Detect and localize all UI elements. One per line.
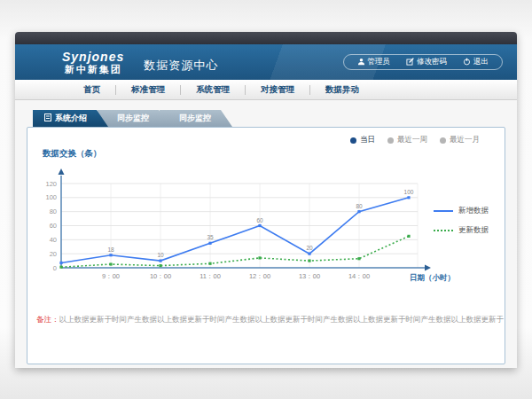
edit-icon	[406, 58, 414, 67]
svg-text:60: 60	[50, 222, 57, 230]
filter-radio-0[interactable]: 当日	[350, 135, 375, 145]
document-icon	[44, 113, 51, 123]
nav-item-0[interactable]: 首页	[68, 84, 115, 96]
nav-item-1[interactable]: 标准管理	[116, 84, 180, 96]
user-menu: 管理员修改密码退出	[343, 54, 504, 70]
svg-text:100: 100	[45, 193, 57, 201]
svg-text:100: 100	[404, 189, 414, 195]
user-menu-item[interactable]: 退出	[455, 57, 497, 67]
app-window: Synjones 新中新集团 数据资源中心 管理员修改密码退出 首页标准管理系统…	[15, 32, 517, 368]
filter-radio-1[interactable]: 最近一周	[387, 135, 427, 145]
content-area: 系统介绍同步监控同步监控 当日最近一周最近一月 数据交换（条） 02040608…	[15, 100, 517, 368]
svg-text:80: 80	[50, 207, 57, 215]
radio-dot-icon	[350, 137, 356, 144]
brand-name: Synjones	[62, 50, 124, 64]
page-title: 数据资源中心	[144, 58, 218, 74]
legend-line-icon	[434, 230, 453, 231]
main-nav: 首页标准管理系统管理对接管理数据异动	[15, 80, 517, 100]
chart-legend: 新增数据更新数据	[434, 206, 489, 245]
company-logo: Synjones 新中新集团	[62, 50, 124, 75]
user-menu-item[interactable]: 管理员	[349, 57, 399, 67]
svg-text:14：00: 14：00	[348, 272, 370, 280]
filter-radio-2[interactable]: 最近一月	[440, 135, 480, 145]
svg-text:0: 0	[53, 264, 57, 272]
legend-item-1: 更新数据	[434, 225, 489, 236]
y-axis-title: 数据交换（条）	[43, 148, 102, 160]
svg-text:13：00: 13：00	[299, 272, 320, 280]
tab-1[interactable]: 同步监控	[98, 110, 170, 127]
svg-text:11：00: 11：00	[200, 272, 221, 280]
line-chart: 0204060801001209：0010：0011：0012：0013：001…	[36, 167, 462, 300]
svg-text:40: 40	[50, 236, 57, 244]
window-titlebar	[15, 32, 517, 44]
svg-text:20: 20	[50, 250, 57, 258]
user-icon	[357, 58, 365, 67]
svg-text:20: 20	[306, 245, 313, 251]
app-header: Synjones 新中新集团 数据资源中心 管理员修改密码退出	[15, 44, 517, 80]
time-range-filter: 当日最近一周最近一月	[350, 135, 480, 145]
nav-item-3[interactable]: 对接管理	[246, 84, 309, 96]
chart-panel: 当日最近一周最近一月 数据交换（条） 0204060801001209：0010…	[27, 127, 505, 364]
tab-0[interactable]: 系统介绍	[33, 110, 108, 127]
tab-2[interactable]: 同步监控	[160, 110, 232, 127]
legend-line-icon	[434, 210, 453, 212]
svg-text:35: 35	[207, 234, 214, 240]
user-menu-item[interactable]: 修改密码	[398, 57, 455, 67]
footnote-text: 以上数据更新于时间产生数据以上数据更新于时间产生数据以上数据更新于时间产生数据以…	[59, 315, 505, 324]
svg-text:日期（小时）: 日期（小时）	[410, 273, 455, 282]
tab-bar: 系统介绍同步监控同步监控	[33, 110, 232, 127]
svg-text:18: 18	[107, 246, 114, 253]
logout-icon	[463, 58, 471, 67]
radio-dot-icon	[387, 137, 394, 144]
radio-dot-icon	[440, 137, 446, 144]
nav-item-4[interactable]: 数据异动	[310, 84, 374, 96]
svg-text:60: 60	[256, 217, 263, 223]
svg-text:12：00: 12：00	[249, 272, 270, 280]
svg-text:80: 80	[356, 203, 363, 209]
footnote: 备注：以上数据更新于时间产生数据以上数据更新于时间产生数据以上数据更新于时间产生…	[36, 315, 496, 325]
legend-item-0: 新增数据	[434, 206, 489, 216]
svg-text:10: 10	[157, 252, 164, 258]
footnote-label: 备注：	[36, 315, 59, 324]
nav-item-2[interactable]: 系统管理	[181, 84, 245, 96]
svg-text:120: 120	[45, 180, 57, 188]
svg-text:10：00: 10：00	[150, 272, 171, 280]
page-background: Synjones 新中新集团 数据资源中心 管理员修改密码退出 首页标准管理系统…	[0, 0, 532, 399]
company-name: 新中新集团	[62, 64, 124, 75]
svg-text:9：00: 9：00	[102, 272, 120, 280]
